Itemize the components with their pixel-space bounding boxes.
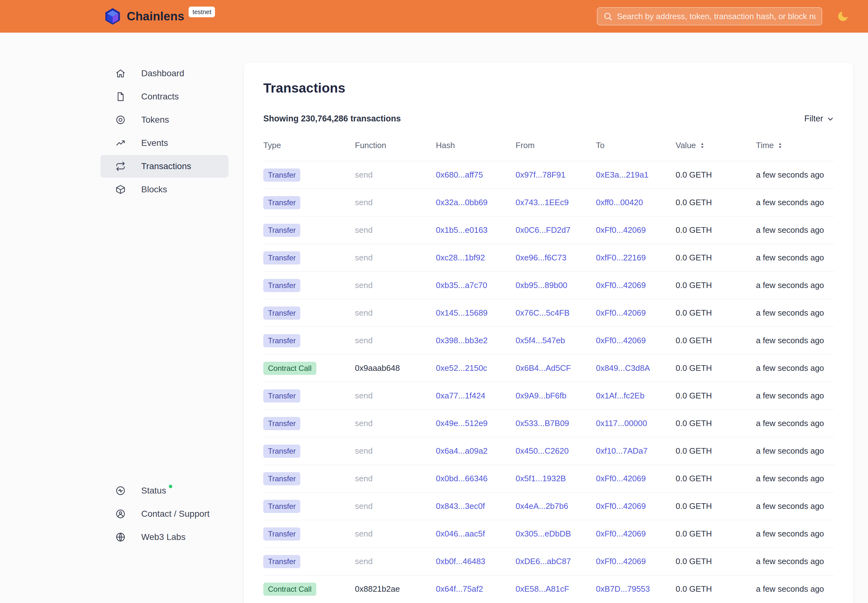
to-address-link[interactable]: 0xFf0...42069 [596,557,646,566]
from-address-link[interactable]: 0xb95...89b00 [515,280,567,290]
hash-link[interactable]: 0x1b5...e0163 [436,225,488,235]
hash-link[interactable]: 0x145...15689 [436,308,488,317]
sidebar-item-tokens[interactable]: Tokens [101,108,229,131]
sidebar-item-status[interactable]: Status [101,479,229,502]
from-cell: 0x4eA...2b7b6 [515,501,596,511]
from-address-link[interactable]: 0xE58...A81cF [515,584,569,594]
from-address-link[interactable]: 0xe96...f6C73 [515,253,566,262]
to-address-link[interactable]: 0xFf0...42069 [596,474,646,483]
sidebar-item-web3-labs[interactable]: Web3 Labs [101,526,229,549]
time-cell: a few seconds ago [756,529,834,539]
to-address-link[interactable]: 0xFf0...42069 [596,280,646,290]
from-address-link[interactable]: 0x305...eDbDB [515,529,571,538]
column-label: Function [355,141,386,150]
time-cell: a few seconds ago [756,363,834,373]
from-address-link[interactable]: 0x97f...78F91 [515,170,565,179]
search-icon [603,12,613,21]
hash-cell: 0x0bd...66346 [436,474,515,484]
hash-link[interactable]: 0x680...aff75 [436,170,483,179]
to-address-link[interactable]: 0xfF0...22169 [596,253,646,262]
to-address-link[interactable]: 0xFf0...42069 [596,501,646,511]
from-address-link[interactable]: 0x5f4...547eb [515,336,565,345]
search-bar[interactable] [597,7,822,25]
from-address-link[interactable]: 0x533...B7B09 [515,419,569,428]
hash-cell: 0x1b5...e0163 [436,225,515,235]
sidebar-item-transactions[interactable]: Transactions [101,155,229,178]
table-row: Transfersend0x49e...512e90x533...B7B090x… [263,410,834,437]
type-cell: Transfer [263,445,355,458]
table-row: Contract Call0x8821b2ae0x64f...75af20xE5… [263,575,834,603]
to-address-link[interactable]: 0xFf0...42069 [596,529,646,538]
to-address-link[interactable]: 0x117...00000 [596,419,647,428]
column-label: To [596,141,604,150]
sidebar-item-contracts[interactable]: Contracts [101,85,229,108]
table-body: Transfersend0x680...aff750x97f...78F910x… [263,161,834,603]
table-row: Transfersend0x680...aff750x97f...78F910x… [263,161,834,189]
hash-link[interactable]: 0x49e...512e9 [436,419,488,428]
value-cell: 0.0 GETH [676,474,756,484]
to-cell: 0xFf0...42069 [596,225,676,235]
to-address-link[interactable]: 0xff0...00420 [596,198,643,207]
hash-cell: 0xb35...a7c70 [436,280,515,290]
time-cell: a few seconds ago [756,391,834,400]
hash-link[interactable]: 0x32a...0bb69 [436,198,488,207]
sidebar-item-label: Contracts [141,91,179,102]
time-cell: a few seconds ago [756,557,834,566]
hash-link[interactable]: 0x046...aac5f [436,529,485,538]
dark-mode-toggle-moon-icon[interactable] [837,10,849,23]
from-address-link[interactable]: 0x9A9...bF6fb [515,391,566,400]
sidebar-item-contact-support[interactable]: Contact / Support [101,502,229,525]
from-address-link[interactable]: 0x743...1EEc9 [515,198,569,207]
type-badge: Transfer [263,251,300,264]
table-row: Transfersend0xb0f...464830xDE6...abC870x… [263,547,834,575]
from-address-link[interactable]: 0xDE6...abC87 [515,557,571,566]
to-address-link[interactable]: 0xE3a...219a1 [596,170,649,179]
column-label: From [515,141,535,150]
hash-link[interactable]: 0xc28...1bf92 [436,253,485,262]
hash-link[interactable]: 0xb35...a7c70 [436,280,487,290]
to-address-link[interactable]: 0xf10...7ADa7 [596,446,648,456]
type-cell: Transfer [263,334,355,347]
sidebar-item-dashboard[interactable]: Dashboard [101,62,229,85]
hash-link[interactable]: 0x0bd...66346 [436,474,488,483]
column-header-value[interactable]: Value [676,141,756,150]
to-address-link[interactable]: 0x849...C3d8A [596,363,650,373]
sidebar-item-events[interactable]: Events [101,132,229,155]
from-address-link[interactable]: 0x0C6...FD2d7 [515,225,571,235]
to-address-link[interactable]: 0xFf0...42069 [596,308,646,317]
filter-button[interactable]: Filter [804,114,834,124]
to-cell: 0x117...00000 [596,419,676,428]
brand-group: Chainlens testnet [104,7,215,25]
hash-cell: 0x49e...512e9 [436,419,515,428]
function-cell: 0x9aaab648 [355,363,436,373]
hash-link[interactable]: 0xe52...2150c [436,363,487,373]
sidebar-item-blocks[interactable]: Blocks [101,178,229,201]
to-address-link[interactable]: 0xFf0...42069 [596,225,646,235]
from-address-link[interactable]: 0x6B4...Ad5CF [515,363,571,373]
to-cell: 0xFf0...42069 [596,557,676,566]
to-cell: 0xFf0...42069 [596,308,676,318]
function-cell: send [355,529,436,539]
value-cell: 0.0 GETH [676,363,756,373]
type-cell: Transfer [263,472,355,485]
from-address-link[interactable]: 0x5f1...1932B [515,474,566,483]
hash-link[interactable]: 0x398...bb3e2 [436,336,488,345]
page-title: Transactions [263,80,834,96]
hash-link[interactable]: 0x64f...75af2 [436,584,483,594]
column-header-hash: Hash [436,141,515,150]
from-address-link[interactable]: 0x76C...5c4FB [515,308,569,317]
to-address-link[interactable]: 0xFf0...42069 [596,336,646,345]
hash-link[interactable]: 0x6a4...a09a2 [436,446,488,456]
from-address-link[interactable]: 0x450...C2620 [515,446,569,456]
hash-link[interactable]: 0xb0f...46483 [436,557,486,566]
column-header-time[interactable]: Time [756,141,834,150]
function-cell: send [355,253,436,263]
value-cell: 0.0 GETH [676,170,756,180]
hash-link[interactable]: 0x843...3ec0f [436,501,485,511]
status-icon [115,485,126,496]
search-input[interactable] [617,12,816,21]
to-address-link[interactable]: 0xB7D...79553 [596,584,650,594]
to-address-link[interactable]: 0x1Af...fc2Eb [596,391,645,400]
from-address-link[interactable]: 0x4eA...2b7b6 [515,501,568,511]
hash-link[interactable]: 0xa77...1f424 [436,391,486,400]
